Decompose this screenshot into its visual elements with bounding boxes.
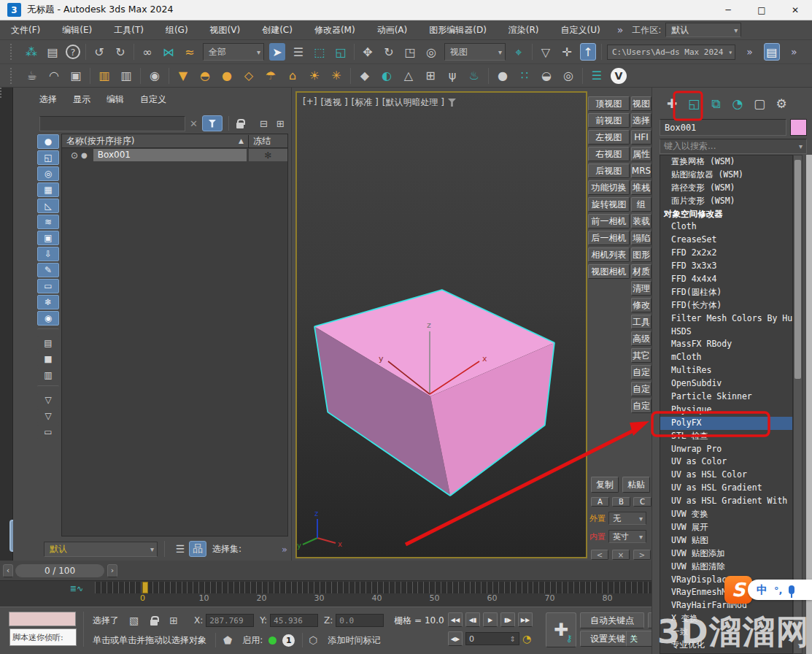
visibility-eye-icon[interactable]: ⊙ <box>71 150 78 161</box>
help-icon[interactable]: ? <box>66 45 80 59</box>
toolbar-separator[interactable] <box>354 44 355 60</box>
script-button[interactable]: 清理 <box>631 281 651 296</box>
select-move-icon[interactable]: ✥ <box>360 43 376 61</box>
toolbar-separator[interactable] <box>140 68 141 84</box>
paste-button[interactable]: 粘贴 <box>622 477 650 493</box>
viewport-filter-icon[interactable] <box>448 99 456 107</box>
copy-button[interactable]: 复制 <box>591 477 619 493</box>
filter-enable-icon[interactable]: ▽ <box>37 409 59 423</box>
select-scale-icon[interactable]: ◳ <box>402 43 418 61</box>
script-button[interactable]: 自定 <box>631 382 651 396</box>
next-frame-arrow[interactable]: › <box>107 564 117 577</box>
particle-view-icon[interactable]: ⊞ <box>422 67 438 85</box>
menu-item[interactable]: 工具(T) <box>103 20 155 39</box>
bind-spacewarp-icon[interactable]: ≈ <box>182 43 198 61</box>
trackbar-curves-icon[interactable]: ≣∿ <box>62 585 91 604</box>
rendered-frame-window-icon[interactable]: ▣ <box>68 67 84 85</box>
undo-icon[interactable]: ↺ <box>91 43 107 61</box>
menu-item[interactable]: 图形编辑器(D) <box>418 20 498 39</box>
go-to-start-button[interactable]: ◀◀ <box>448 612 463 627</box>
script-button[interactable]: 相机列表 <box>588 247 630 262</box>
window-crossing-icon[interactable]: ◱ <box>333 43 349 61</box>
modifier-item[interactable]: FFD 4x4x4 <box>660 273 792 286</box>
lock-icon[interactable] <box>236 123 244 128</box>
script-button[interactable]: 堆栈 <box>631 180 651 195</box>
explorer-menu-item[interactable]: 显示 <box>73 93 90 106</box>
menu-item[interactable]: 动画(A) <box>366 20 419 39</box>
schematic-view-icon[interactable]: 品 <box>189 541 206 557</box>
column-name[interactable]: 名称(按升序排序)▲ <box>62 135 248 147</box>
toolbar-separator[interactable] <box>169 68 169 84</box>
menu-item[interactable]: 视图(V) <box>199 20 252 39</box>
tab-display[interactable]: ▢ <box>750 94 769 113</box>
modifier-item[interactable]: UV as HSL Gradient <box>660 482 792 495</box>
maximize-button[interactable]: □ <box>745 0 778 20</box>
external-dropdown[interactable]: 无 <box>608 512 646 525</box>
strip-divider[interactable] <box>37 385 59 390</box>
display-none-icon[interactable]: ■ <box>37 352 59 366</box>
nav-button[interactable]: > <box>633 550 651 560</box>
script-button[interactable]: 顶视图 <box>588 96 630 111</box>
menu-item[interactable]: 文件(F) <box>0 20 51 39</box>
refcoord-dropdown[interactable]: 视图 <box>444 43 506 61</box>
modifier-search-dropdown[interactable]: 键入以搜索... <box>660 139 807 154</box>
modifier-item[interactable]: UVW 贴图添加 <box>660 547 792 561</box>
explorer-menu-item[interactable]: 自定义 <box>140 93 166 106</box>
scene-notes-icon[interactable]: ▤ <box>45 43 61 61</box>
microphone-icon[interactable] <box>789 585 794 594</box>
layer-explorer-icon[interactable]: ☰ <box>171 541 189 557</box>
selection-filter-dropdown[interactable]: 全部 <box>203 43 264 61</box>
toolbar-separator[interactable] <box>350 68 351 84</box>
viewport-label-segment[interactable]: [透视 ] <box>320 96 347 109</box>
explorer-menu-item[interactable]: 选择 <box>39 93 57 106</box>
filter-containers-icon[interactable]: ▭ <box>37 279 59 293</box>
add-time-tag-label[interactable]: 添加时间标记 <box>328 634 380 647</box>
filter-spacewarps-icon[interactable]: ≋ <box>37 215 59 229</box>
modifier-item[interactable]: OpenSubdiv <box>660 377 792 391</box>
count-badge[interactable]: 1 <box>282 634 295 647</box>
filter-shapes-icon[interactable]: ◱ <box>37 150 59 165</box>
script-button[interactable]: 右视图 <box>588 147 630 161</box>
script-button[interactable]: 前一相机 <box>588 214 630 228</box>
toolbar-drag-handle[interactable] <box>10 68 14 84</box>
search-input[interactable] <box>39 116 185 131</box>
modifier-item[interactable]: UVW 展开 <box>660 521 792 534</box>
tab-create[interactable]: ✚ <box>662 94 681 113</box>
save-icon[interactable]: ▤ <box>764 43 780 61</box>
script-button[interactable]: 选择 <box>631 113 651 128</box>
toolbar-overflow-icon[interactable]: » <box>785 43 803 61</box>
script-listener-box[interactable]: 脚本迷你侦听: <box>9 628 77 646</box>
enabled-status-dot[interactable] <box>268 636 277 645</box>
modifier-item[interactable]: 面片变形 (WSM) <box>660 195 792 208</box>
viewport-label-segment[interactable]: [标准 ] <box>352 96 379 109</box>
layer-manager-icon[interactable]: ☰ <box>589 67 605 85</box>
script-button[interactable]: 组 <box>631 197 651 212</box>
prism-object-icon[interactable]: ◆ <box>357 67 373 85</box>
light-lister-icon[interactable]: ▥ <box>96 67 112 85</box>
time-tag-cube-icon[interactable]: ⬡ <box>309 634 317 646</box>
unlink-icon[interactable]: ⋈ <box>161 43 177 61</box>
slate-material-editor-icon[interactable]: ∷ <box>517 67 533 85</box>
nav-button[interactable]: < <box>591 550 608 560</box>
skylight-icon[interactable]: ✳ <box>328 67 344 85</box>
table-row[interactable]: ⊙ ● Box001 ✻ <box>62 148 287 162</box>
auto-key-button[interactable]: 自动关键点 <box>580 612 644 628</box>
physical-camera-icon[interactable]: ◉ <box>147 67 163 85</box>
layer-mode-icon[interactable]: ⊞ <box>277 118 285 129</box>
modifier-item[interactable]: Particle Skinner <box>660 391 792 404</box>
material-editor-icon[interactable]: ● <box>495 67 511 85</box>
rect-selection-icon[interactable]: ⬚ <box>312 43 328 61</box>
set-key-button[interactable]: ✚⚷ <box>546 612 576 647</box>
minimize-button[interactable]: ─ <box>711 0 745 20</box>
ime-punctuation-toggle[interactable]: °, <box>774 585 782 596</box>
color-palette-icon[interactable]: ◒ <box>538 67 554 85</box>
modifier-item[interactable]: CreaseSet <box>660 234 792 247</box>
script-button[interactable]: 视图相机 <box>588 264 630 279</box>
selection-lock-icon[interactable] <box>150 620 158 626</box>
modifier-item[interactable]: mCloth <box>660 351 792 364</box>
sphere-light-icon[interactable]: ● <box>219 67 235 85</box>
tab-utilities[interactable]: ⚙ <box>772 94 791 113</box>
align-icon[interactable]: ✛ <box>559 43 575 61</box>
modifier-item[interactable]: FFD(圆柱体) <box>660 286 792 299</box>
modifier-item[interactable]: FFD(长方体) <box>660 299 792 312</box>
